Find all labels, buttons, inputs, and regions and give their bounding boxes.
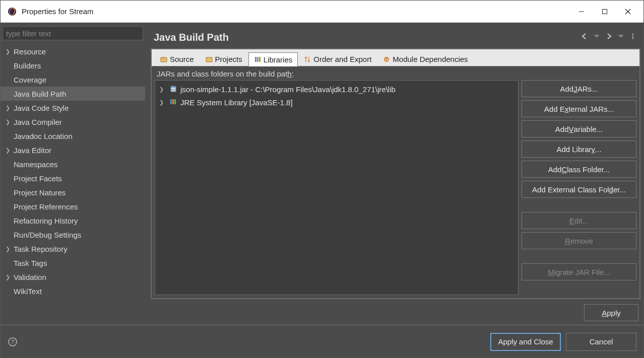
library-entry-label: json-simple-1.1.1.jar - C:\Program Files…	[180, 85, 396, 94]
sidebar-item-label: Refactoring History	[13, 217, 78, 225]
forward-icon[interactable]	[604, 32, 613, 43]
svg-text:010: 010	[171, 88, 176, 91]
sidebar-item-wikitext[interactable]: WikiText	[1, 284, 145, 298]
libraries-icon	[254, 56, 261, 63]
sidebar-item-javadoc-location[interactable]: Javadoc Location	[1, 129, 145, 143]
sidebar-item-label: Java Code Style	[13, 104, 69, 112]
svg-point-6	[632, 34, 633, 35]
sidebar-item-resource[interactable]: ❯Resource	[1, 44, 145, 58]
libraries-tree[interactable]: ❯010json-simple-1.1.1.jar - C:\Program F…	[155, 80, 519, 295]
sidebar-item-label: Java Editor	[13, 146, 51, 155]
source-icon	[160, 56, 167, 63]
sidebar-item-project-references[interactable]: Project References	[1, 199, 145, 213]
sidebar-item-java-compiler[interactable]: ❯Java Compiler	[1, 115, 145, 129]
svg-text:?: ?	[11, 339, 14, 345]
sidebar-item-label: Run/Debug Settings	[13, 231, 81, 239]
titlebar: Properties for Stream	[1, 1, 643, 23]
sidebar-item-java-code-style[interactable]: ❯Java Code Style	[1, 101, 145, 115]
sidebar-item-label: Namespaces	[13, 160, 58, 169]
projects-icon	[206, 56, 213, 63]
svg-text:M: M	[385, 57, 389, 62]
sidebar-item-task-repository[interactable]: ❯Task Repository	[1, 242, 145, 256]
category-tree[interactable]: ❯ResourceBuildersCoverageJava Build Path…	[1, 42, 145, 324]
add-variable-button[interactable]: Add Variable...	[522, 120, 636, 137]
back-dropdown-icon[interactable]	[592, 32, 601, 43]
library-icon	[169, 98, 177, 107]
add-jars-button[interactable]: Add JARs...	[522, 80, 636, 97]
chevron-right-icon: ❯	[159, 99, 166, 106]
sidebar-item-coverage[interactable]: Coverage	[1, 73, 145, 87]
library-entry[interactable]: ❯010json-simple-1.1.1.jar - C:\Program F…	[155, 83, 518, 96]
sidebar-item-validation[interactable]: ❯Validation	[1, 270, 145, 284]
tab-module-dependencies[interactable]: M Module Dependencies	[377, 52, 473, 66]
sidebar-item-label: Java Compiler	[13, 118, 62, 126]
svg-rect-11	[206, 57, 212, 62]
migrate-jar-button: Migrate JAR File...	[522, 263, 636, 280]
sidebar-item-label: WikiText	[13, 287, 42, 296]
filter-input[interactable]	[3, 26, 143, 40]
tab-projects[interactable]: Projects	[200, 52, 248, 66]
library-entry[interactable]: ❯JRE System Library [JavaSE-1.8]	[155, 96, 518, 109]
sidebar-item-label: Project Facets	[13, 174, 62, 183]
tab-source[interactable]: Source	[155, 52, 200, 66]
tab-order-export[interactable]: Order and Export	[298, 52, 377, 66]
close-button[interactable]	[616, 4, 639, 20]
category-sidebar: ❯ResourceBuildersCoverageJava Build Path…	[1, 24, 148, 324]
svg-rect-22	[174, 99, 176, 104]
add-external-class-folder-button[interactable]: Add External Class Folder...	[522, 181, 636, 198]
build-path-panel: Source Projects Libraries Order and Expo…	[151, 48, 640, 299]
apply-button[interactable]: Apply	[584, 304, 638, 321]
sidebar-item-namespaces[interactable]: Namespaces	[1, 157, 145, 171]
sidebar-item-java-build-path[interactable]: Java Build Path	[1, 87, 145, 101]
svg-point-7	[632, 36, 633, 37]
svg-rect-20	[170, 99, 172, 104]
apply-and-close-button[interactable]: Apply and Close	[490, 333, 561, 351]
list-label: JARs and class folders on the build path…	[152, 66, 639, 80]
sidebar-item-label: Javadoc Location	[13, 132, 73, 140]
chevron-right-icon: ❯	[159, 86, 166, 93]
button-column: Add JARs... Add External JARs... Add Var…	[522, 80, 636, 295]
order-icon	[304, 56, 311, 63]
eclipse-icon	[8, 7, 17, 16]
window-controls	[570, 4, 639, 20]
tabstrip: Source Projects Libraries Order and Expo…	[152, 49, 639, 66]
add-external-jars-button[interactable]: Add External JARs...	[522, 100, 636, 117]
sidebar-item-project-natures[interactable]: Project Natures	[1, 185, 145, 199]
dialog-footer: ? Apply and Close Cancel	[1, 324, 643, 357]
sidebar-item-label: Java Build Path	[13, 90, 66, 98]
module-icon: M	[383, 56, 390, 63]
jar-icon: 010	[169, 85, 177, 94]
sidebar-item-project-facets[interactable]: Project Facets	[1, 171, 145, 185]
back-icon[interactable]	[580, 32, 589, 43]
chevron-right-icon: ❯	[3, 246, 13, 252]
svg-rect-18	[171, 86, 176, 88]
chevron-right-icon: ❯	[3, 48, 13, 55]
sidebar-item-run-debug-settings[interactable]: Run/Debug Settings	[1, 228, 145, 242]
chevron-right-icon: ❯	[3, 147, 13, 154]
sidebar-item-label: Validation	[13, 273, 46, 281]
cancel-button[interactable]: Cancel	[566, 333, 636, 351]
menu-icon[interactable]	[628, 32, 637, 43]
minimize-button[interactable]	[570, 4, 593, 20]
properties-dialog: Properties for Stream ❯ResourceBuildersC…	[0, 0, 644, 358]
sidebar-item-label: Coverage	[13, 76, 46, 84]
svg-point-8	[632, 38, 633, 39]
chevron-right-icon: ❯	[3, 105, 13, 111]
help-icon[interactable]: ?	[8, 337, 18, 347]
svg-rect-3	[603, 9, 607, 14]
dialog-body: ❯ResourceBuildersCoverageJava Build Path…	[1, 23, 643, 324]
sidebar-item-task-tags[interactable]: Task Tags	[1, 256, 145, 270]
add-class-folder-button[interactable]: Add Class Folder...	[522, 161, 636, 178]
remove-button: Remove	[522, 232, 636, 249]
maximize-button[interactable]	[593, 4, 616, 20]
sidebar-item-refactoring-history[interactable]: Refactoring History	[1, 213, 145, 228]
main-panel: Java Build Path Source	[148, 24, 643, 324]
forward-dropdown-icon[interactable]	[616, 32, 625, 43]
sidebar-item-java-editor[interactable]: ❯Java Editor	[1, 143, 145, 157]
sidebar-item-builders[interactable]: Builders	[1, 58, 145, 73]
chevron-right-icon: ❯	[3, 274, 13, 280]
svg-rect-13	[257, 57, 259, 62]
tab-libraries[interactable]: Libraries	[248, 52, 298, 66]
header-toolbar	[580, 32, 637, 43]
add-library-button[interactable]: Add Library...	[522, 140, 636, 158]
